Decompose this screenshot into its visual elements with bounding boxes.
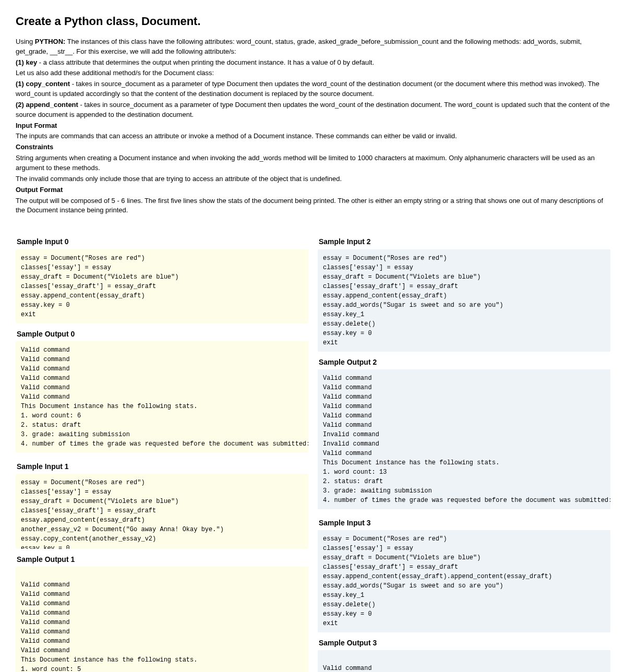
sample-output-0-code: Valid command Valid command Valid comman… xyxy=(16,341,308,453)
sample-output-0-heading: Sample Output 0 xyxy=(16,329,308,339)
sample-input-2-code: essay = Document("Roses are red") classe… xyxy=(318,249,610,352)
page-title: Create a Python class, Document. xyxy=(16,13,610,30)
intro-key-rest: - a class attribute that determines the … xyxy=(37,58,374,66)
output-format-body: The output will be composed of 5 - 6 lin… xyxy=(16,196,610,216)
intro-append-rest: - takes in source_document as a paramete… xyxy=(16,101,610,118)
intro-python-bold: PYTHON: xyxy=(35,38,66,45)
intro-append-bold: (2) append_content xyxy=(16,101,78,109)
intro-key-bold: (1) key xyxy=(16,58,37,66)
input-format-body: The inputs are commands that can access … xyxy=(16,131,610,141)
input-format-heading: Input Format xyxy=(16,121,610,131)
sample-output-2-heading: Sample Output 2 xyxy=(318,357,610,367)
intro-line-1: Using PYTHON: The instances of this clas… xyxy=(16,37,610,57)
problem-statement: Using PYTHON: The instances of this clas… xyxy=(16,37,610,215)
output-format-heading: Output Format xyxy=(16,185,610,195)
sample-output-3-heading: Sample Output 3 xyxy=(318,638,610,648)
intro-using: Using xyxy=(16,38,35,45)
sample-input-0-heading: Sample Input 0 xyxy=(16,236,308,247)
intro-copy-rest: - takes in source_document as a paramete… xyxy=(16,80,599,98)
sample-input-1-heading: Sample Input 1 xyxy=(16,461,308,472)
sample-input-3-heading: Sample Input 3 xyxy=(318,518,610,528)
right-column: Sample Input 2 essay = Document("Roses a… xyxy=(318,231,610,672)
intro-append-content-line: (2) append_content - takes in source_doc… xyxy=(16,100,610,120)
sample-output-1-code: Valid command Valid command Valid comman… xyxy=(16,567,308,672)
sample-output-2-code: Valid command Valid command Valid comman… xyxy=(318,369,610,509)
constraints-body-2: The invalid commands only include those … xyxy=(16,174,610,184)
sample-input-2-heading: Sample Input 2 xyxy=(318,236,610,247)
intro-methods-lead: Let us also add these additional method/… xyxy=(16,68,610,78)
constraints-body-1: String arguments when creating a Documen… xyxy=(16,153,610,173)
sample-input-0-code: essay = Document("Roses are red") classe… xyxy=(16,249,308,323)
left-column: Sample Input 0 essay = Document("Roses a… xyxy=(16,231,308,672)
intro-key-line: (1) key - a class attribute that determi… xyxy=(16,58,610,68)
intro-copy-content-line: (1) copy_content - takes in source_docum… xyxy=(16,79,610,99)
sample-output-1-heading: Sample Output 1 xyxy=(16,554,308,565)
sample-input-1-code: essay = Document("Roses are red") classe… xyxy=(16,474,308,549)
sample-output-3-code: Valid command Valid command Valid comman… xyxy=(318,650,610,672)
constraints-heading: Constraints xyxy=(16,142,610,152)
intro-line-1-rest: The instances of this class have the fol… xyxy=(16,38,582,55)
sample-input-3-code: essay = Document("Roses are red") classe… xyxy=(318,530,610,632)
samples-columns: Sample Input 0 essay = Document("Roses a… xyxy=(16,231,610,672)
intro-copy-bold: (1) copy_content xyxy=(16,80,70,88)
